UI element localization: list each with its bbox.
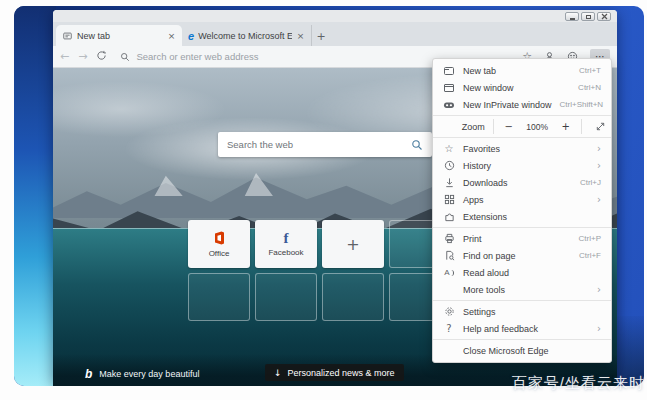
edge-logo-icon: e [188,30,194,42]
settings-and-more-menu: New tab Ctrl+T New window Ctrl+N New InP… [432,58,612,363]
inprivate-icon [443,99,455,111]
menu-item-help-and-feedback[interactable]: ? Help and feedback › [433,320,611,337]
tab-strip: New tab × e Welcome to Microsoft Edge Ca… [53,22,617,46]
minimize-button[interactable] [565,12,579,21]
address-placeholder: Search or enter web address [136,51,258,62]
bing-logo-icon: b [85,367,92,381]
zoom-out-button[interactable]: − [502,121,516,132]
empty-tile-slot [255,273,317,321]
apps-icon [443,194,455,205]
forward-icon[interactable]: → [78,51,87,62]
back-icon[interactable]: ← [60,51,69,62]
chevron-right-icon: › [597,285,601,295]
menu-separator [433,300,611,301]
menu-item-read-aloud[interactable]: A Read aloud [433,264,611,281]
window-titlebar [53,10,617,22]
down-arrow-icon: ↓ [274,368,282,378]
help-question-icon: ? [443,323,455,334]
favorites-star-icon: ☆ [443,143,455,154]
menu-item-more-tools[interactable]: More tools › [433,281,611,298]
menu-item-close-microsoft-edge[interactable]: Close Microsoft Edge [433,342,611,359]
menu-item-extensions[interactable]: Extensions [433,208,611,225]
empty-tile-slot [322,273,384,321]
read-aloud-icon: A [443,268,455,277]
menu-item-find-on-page[interactable]: Find on page Ctrl+F [433,247,611,264]
watermark-text: 百家号/坐看云来时 [512,374,645,393]
new-tab-page-icon [62,31,73,41]
tile-label: Office [209,249,230,258]
menu-item-new-tab[interactable]: New tab Ctrl+T [433,62,611,79]
search-icon [120,52,130,62]
menu-divider [493,119,494,134]
chevron-right-icon: › [597,161,601,171]
wallpaper-left-band [14,6,56,386]
settings-gear-icon [443,306,455,317]
menu-item-settings[interactable]: Settings [433,303,611,320]
menu-separator [433,137,611,138]
tile-label: Facebook [268,248,303,257]
desktop-wallpaper: New tab × e Welcome to Microsoft Edge Ca… [14,6,644,386]
chevron-right-icon: › [597,195,601,205]
personalized-news-button[interactable]: ↓ Personalized news & more [265,364,404,381]
tile-facebook[interactable]: f Facebook [255,220,317,268]
facebook-icon: f [284,231,289,245]
zoom-level: 100% [524,122,551,132]
maximize-button[interactable] [581,12,595,21]
menu-item-new-inprivate-window[interactable]: New InPrivate window Ctrl+Shift+N [433,96,611,113]
downloads-icon [443,177,455,188]
chevron-right-icon: › [597,144,601,154]
search-placeholder: Search the web [227,139,411,150]
new-window-icon [443,82,455,94]
tab-close-icon[interactable]: × [167,31,176,41]
window-controls [565,12,611,21]
menu-item-zoom: Zoom − 100% + [433,118,611,135]
new-tab-button[interactable]: + [312,26,330,46]
menu-item-history[interactable]: History › [433,157,611,174]
zoom-in-button[interactable]: + [559,121,573,132]
menu-divider [581,119,582,134]
quick-link-tiles: Office f Facebook + [188,220,451,268]
refresh-icon[interactable] [96,50,107,63]
close-icon [601,13,608,20]
office-icon [211,230,227,246]
menu-item-print[interactable]: Print Ctrl+P [433,230,611,247]
print-icon [443,233,455,244]
empty-tile-row [188,273,451,321]
bing-attribution: b Make every day beautiful [85,367,199,381]
chevron-right-icon: › [597,324,601,334]
news-button-label: Personalized news & more [288,368,395,378]
maximize-icon [586,15,591,19]
menu-item-apps[interactable]: Apps › [433,191,611,208]
bing-tagline: Make every day beautiful [99,369,199,379]
web-search-box[interactable]: Search the web [218,132,432,157]
close-button[interactable] [597,12,611,21]
fullscreen-icon[interactable] [590,121,611,132]
screenshot-canvas: New tab × e Welcome to Microsoft Edge Ca… [0,0,647,400]
menu-item-favorites[interactable]: ☆ Favorites › [433,140,611,157]
tab-welcome[interactable]: e Welcome to Microsoft Edge Can × [182,25,312,46]
add-tile-button[interactable]: + [322,220,384,268]
extensions-icon [443,211,455,222]
history-icon [443,160,455,171]
search-icon [411,139,423,151]
menu-item-new-window[interactable]: New window Ctrl+N [433,79,611,96]
tab-title: New tab [77,31,163,41]
find-on-page-icon [443,250,455,261]
new-tab-icon [443,65,455,77]
menu-item-downloads[interactable]: Downloads Ctrl+J [433,174,611,191]
minimize-icon [570,18,575,20]
empty-tile-slot [188,273,250,321]
tab-title: Welcome to Microsoft Edge Can [198,31,292,41]
menu-separator [433,339,611,340]
tab-close-icon[interactable]: × [296,31,305,41]
menu-separator [433,115,611,116]
menu-separator [433,227,611,228]
tile-office[interactable]: Office [188,220,250,268]
tab-new-tab[interactable]: New tab × [56,25,182,46]
